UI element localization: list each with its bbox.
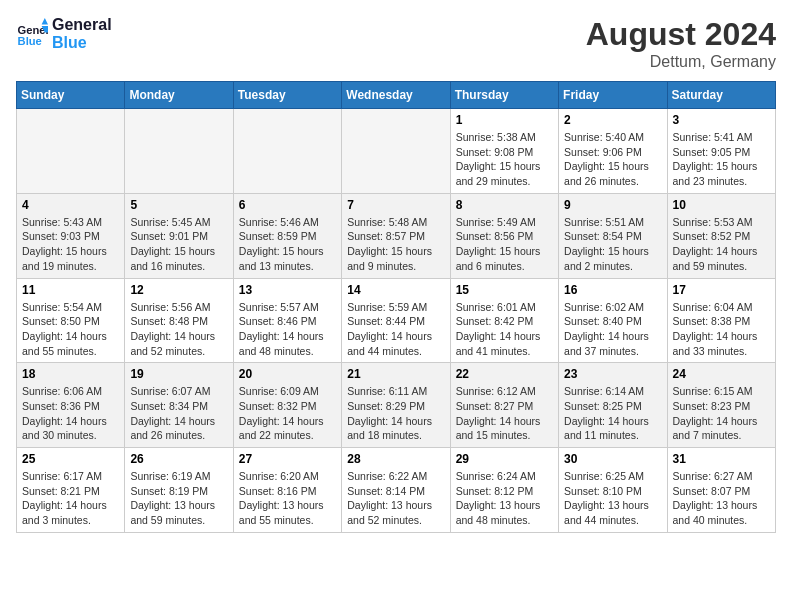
calendar-week-row: 4Sunrise: 5:43 AMSunset: 9:03 PMDaylight… <box>17 193 776 278</box>
day-number: 5 <box>130 198 227 212</box>
calendar-empty-cell <box>233 109 341 194</box>
calendar-day-cell: 4Sunrise: 5:43 AMSunset: 9:03 PMDaylight… <box>17 193 125 278</box>
calendar-day-cell: 2Sunrise: 5:40 AMSunset: 9:06 PMDaylight… <box>559 109 667 194</box>
day-info: Sunrise: 6:02 AMSunset: 8:40 PMDaylight:… <box>564 300 661 359</box>
day-number: 30 <box>564 452 661 466</box>
svg-text:Blue: Blue <box>18 35 42 47</box>
day-number: 9 <box>564 198 661 212</box>
calendar-week-row: 1Sunrise: 5:38 AMSunset: 9:08 PMDaylight… <box>17 109 776 194</box>
calendar-header-row: SundayMondayTuesdayWednesdayThursdayFrid… <box>17 82 776 109</box>
day-info: Sunrise: 6:27 AMSunset: 8:07 PMDaylight:… <box>673 469 770 528</box>
location-subtitle: Dettum, Germany <box>586 53 776 71</box>
day-number: 10 <box>673 198 770 212</box>
calendar-day-cell: 13Sunrise: 5:57 AMSunset: 8:46 PMDayligh… <box>233 278 341 363</box>
calendar-day-cell: 24Sunrise: 6:15 AMSunset: 8:23 PMDayligh… <box>667 363 775 448</box>
day-info: Sunrise: 6:12 AMSunset: 8:27 PMDaylight:… <box>456 384 553 443</box>
calendar-day-cell: 7Sunrise: 5:48 AMSunset: 8:57 PMDaylight… <box>342 193 450 278</box>
calendar-day-cell: 9Sunrise: 5:51 AMSunset: 8:54 PMDaylight… <box>559 193 667 278</box>
logo-icon: General Blue <box>16 18 48 50</box>
calendar-day-cell: 15Sunrise: 6:01 AMSunset: 8:42 PMDayligh… <box>450 278 558 363</box>
calendar-day-cell: 22Sunrise: 6:12 AMSunset: 8:27 PMDayligh… <box>450 363 558 448</box>
day-number: 22 <box>456 367 553 381</box>
weekday-header-saturday: Saturday <box>667 82 775 109</box>
day-info: Sunrise: 6:15 AMSunset: 8:23 PMDaylight:… <box>673 384 770 443</box>
day-number: 13 <box>239 283 336 297</box>
day-info: Sunrise: 5:49 AMSunset: 8:56 PMDaylight:… <box>456 215 553 274</box>
day-info: Sunrise: 6:04 AMSunset: 8:38 PMDaylight:… <box>673 300 770 359</box>
day-number: 15 <box>456 283 553 297</box>
calendar-day-cell: 10Sunrise: 5:53 AMSunset: 8:52 PMDayligh… <box>667 193 775 278</box>
calendar-day-cell: 23Sunrise: 6:14 AMSunset: 8:25 PMDayligh… <box>559 363 667 448</box>
day-info: Sunrise: 6:25 AMSunset: 8:10 PMDaylight:… <box>564 469 661 528</box>
day-info: Sunrise: 6:07 AMSunset: 8:34 PMDaylight:… <box>130 384 227 443</box>
day-info: Sunrise: 5:38 AMSunset: 9:08 PMDaylight:… <box>456 130 553 189</box>
day-info: Sunrise: 6:22 AMSunset: 8:14 PMDaylight:… <box>347 469 444 528</box>
day-number: 4 <box>22 198 119 212</box>
day-info: Sunrise: 5:43 AMSunset: 9:03 PMDaylight:… <box>22 215 119 274</box>
day-info: Sunrise: 5:51 AMSunset: 8:54 PMDaylight:… <box>564 215 661 274</box>
calendar-day-cell: 27Sunrise: 6:20 AMSunset: 8:16 PMDayligh… <box>233 448 341 533</box>
day-info: Sunrise: 5:46 AMSunset: 8:59 PMDaylight:… <box>239 215 336 274</box>
calendar-day-cell: 18Sunrise: 6:06 AMSunset: 8:36 PMDayligh… <box>17 363 125 448</box>
calendar-day-cell: 31Sunrise: 6:27 AMSunset: 8:07 PMDayligh… <box>667 448 775 533</box>
day-info: Sunrise: 6:11 AMSunset: 8:29 PMDaylight:… <box>347 384 444 443</box>
calendar-empty-cell <box>342 109 450 194</box>
calendar-day-cell: 26Sunrise: 6:19 AMSunset: 8:19 PMDayligh… <box>125 448 233 533</box>
calendar-day-cell: 20Sunrise: 6:09 AMSunset: 8:32 PMDayligh… <box>233 363 341 448</box>
title-block: August 2024 Dettum, Germany <box>586 16 776 71</box>
day-number: 24 <box>673 367 770 381</box>
day-info: Sunrise: 5:48 AMSunset: 8:57 PMDaylight:… <box>347 215 444 274</box>
calendar-day-cell: 16Sunrise: 6:02 AMSunset: 8:40 PMDayligh… <box>559 278 667 363</box>
calendar-day-cell: 5Sunrise: 5:45 AMSunset: 9:01 PMDaylight… <box>125 193 233 278</box>
calendar-day-cell: 25Sunrise: 6:17 AMSunset: 8:21 PMDayligh… <box>17 448 125 533</box>
day-info: Sunrise: 5:57 AMSunset: 8:46 PMDaylight:… <box>239 300 336 359</box>
day-number: 1 <box>456 113 553 127</box>
svg-text:General: General <box>18 24 48 36</box>
weekday-header-monday: Monday <box>125 82 233 109</box>
day-info: Sunrise: 6:20 AMSunset: 8:16 PMDaylight:… <box>239 469 336 528</box>
day-number: 3 <box>673 113 770 127</box>
month-year-title: August 2024 <box>586 16 776 53</box>
day-number: 27 <box>239 452 336 466</box>
day-number: 29 <box>456 452 553 466</box>
calendar-day-cell: 17Sunrise: 6:04 AMSunset: 8:38 PMDayligh… <box>667 278 775 363</box>
day-number: 25 <box>22 452 119 466</box>
calendar-day-cell: 3Sunrise: 5:41 AMSunset: 9:05 PMDaylight… <box>667 109 775 194</box>
day-number: 26 <box>130 452 227 466</box>
calendar-day-cell: 28Sunrise: 6:22 AMSunset: 8:14 PMDayligh… <box>342 448 450 533</box>
day-info: Sunrise: 5:56 AMSunset: 8:48 PMDaylight:… <box>130 300 227 359</box>
calendar-week-row: 11Sunrise: 5:54 AMSunset: 8:50 PMDayligh… <box>17 278 776 363</box>
day-number: 21 <box>347 367 444 381</box>
calendar-day-cell: 29Sunrise: 6:24 AMSunset: 8:12 PMDayligh… <box>450 448 558 533</box>
weekday-header-tuesday: Tuesday <box>233 82 341 109</box>
day-info: Sunrise: 5:53 AMSunset: 8:52 PMDaylight:… <box>673 215 770 274</box>
logo-text-blue: Blue <box>52 34 112 52</box>
day-number: 23 <box>564 367 661 381</box>
calendar-day-cell: 21Sunrise: 6:11 AMSunset: 8:29 PMDayligh… <box>342 363 450 448</box>
day-number: 12 <box>130 283 227 297</box>
day-number: 2 <box>564 113 661 127</box>
calendar-day-cell: 19Sunrise: 6:07 AMSunset: 8:34 PMDayligh… <box>125 363 233 448</box>
svg-marker-2 <box>42 18 48 24</box>
day-info: Sunrise: 6:09 AMSunset: 8:32 PMDaylight:… <box>239 384 336 443</box>
day-number: 28 <box>347 452 444 466</box>
day-info: Sunrise: 5:54 AMSunset: 8:50 PMDaylight:… <box>22 300 119 359</box>
weekday-header-thursday: Thursday <box>450 82 558 109</box>
day-number: 20 <box>239 367 336 381</box>
day-info: Sunrise: 5:59 AMSunset: 8:44 PMDaylight:… <box>347 300 444 359</box>
day-number: 16 <box>564 283 661 297</box>
day-info: Sunrise: 6:17 AMSunset: 8:21 PMDaylight:… <box>22 469 119 528</box>
calendar-day-cell: 6Sunrise: 5:46 AMSunset: 8:59 PMDaylight… <box>233 193 341 278</box>
calendar-week-row: 25Sunrise: 6:17 AMSunset: 8:21 PMDayligh… <box>17 448 776 533</box>
day-number: 8 <box>456 198 553 212</box>
calendar-empty-cell <box>125 109 233 194</box>
day-info: Sunrise: 6:06 AMSunset: 8:36 PMDaylight:… <box>22 384 119 443</box>
day-number: 18 <box>22 367 119 381</box>
day-info: Sunrise: 6:24 AMSunset: 8:12 PMDaylight:… <box>456 469 553 528</box>
day-number: 11 <box>22 283 119 297</box>
calendar-week-row: 18Sunrise: 6:06 AMSunset: 8:36 PMDayligh… <box>17 363 776 448</box>
calendar-day-cell: 30Sunrise: 6:25 AMSunset: 8:10 PMDayligh… <box>559 448 667 533</box>
weekday-header-sunday: Sunday <box>17 82 125 109</box>
weekday-header-friday: Friday <box>559 82 667 109</box>
day-number: 19 <box>130 367 227 381</box>
